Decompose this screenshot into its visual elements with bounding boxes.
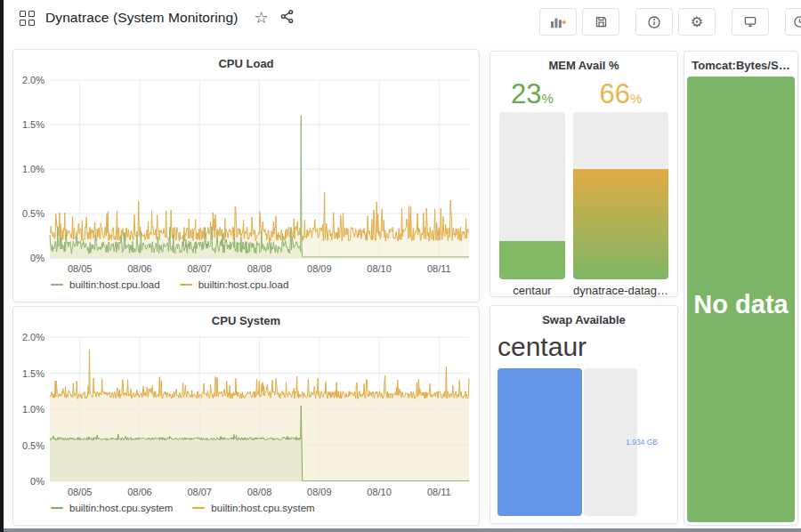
window-edge-bottom: [0, 528, 801, 532]
svg-text:08/10: 08/10: [367, 263, 392, 274]
star-icon[interactable]: ☆: [255, 10, 269, 26]
svg-text:1.5%: 1.5%: [22, 119, 44, 130]
svg-text:08/11: 08/11: [427, 487, 451, 497]
legend-dash: [192, 507, 205, 509]
info-button[interactable]: [635, 8, 673, 36]
legend-item[interactable]: builtin:host.cpu.system: [51, 503, 173, 513]
svg-text:08/06: 08/06: [127, 263, 152, 274]
cpu-system-chart[interactable]: 08/0508/0608/0708/0808/0908/1008/112.0%1…: [16, 330, 476, 501]
tile-mem-avail[interactable]: MEM Avail % 23% centaur 66% dynatrace-da…: [490, 51, 678, 297]
no-data-text: No data: [687, 290, 795, 319]
tile-tomcat-bytes[interactable]: Tomcat:Bytes/S… No data: [684, 51, 798, 526]
dashboard-page: Dynatrace (System Monitoring) ☆: [0, 0, 801, 532]
settings-button[interactable]: ⚙: [678, 8, 716, 36]
cpu-load-chart[interactable]: 08/0508/0608/0708/0808/0908/1008/112.0%1…: [16, 73, 476, 278]
svg-text:08/07: 08/07: [187, 487, 212, 497]
legend-label: builtin:host.cpu.system: [69, 503, 173, 513]
cpu-system-legend: builtin:host.cpu.system builtin:host.cpu…: [51, 503, 479, 513]
legend-dash: [51, 507, 63, 509]
swap-bar-chart[interactable]: 1.934 GB: [498, 368, 670, 516]
mem-gauge-dynatrace[interactable]: 66% dynatrace-datag…: [573, 78, 668, 297]
header-bar: Dynatrace (System Monitoring) ☆: [4, 0, 801, 43]
svg-text:1.5%: 1.5%: [22, 368, 44, 379]
legend-item[interactable]: builtin:host.cpu.load: [51, 279, 160, 290]
svg-text:08/09: 08/09: [307, 263, 332, 274]
swap-bar-filled: [498, 368, 582, 516]
svg-text:0%: 0%: [30, 253, 44, 263]
mem-gauge-fill-0: [499, 241, 565, 279]
svg-text:2.0%: 2.0%: [22, 75, 44, 85]
svg-text:08/06: 08/06: [127, 487, 152, 497]
svg-text:0.5%: 0.5%: [22, 208, 44, 219]
clock-icon: [793, 15, 801, 28]
legend-item[interactable]: builtin:host.cpu.load: [180, 279, 289, 290]
svg-text:08/05: 08/05: [68, 487, 93, 497]
tile-cpu-load[interactable]: CPU Load 08/0508/0608/0708/0808/0908/100…: [12, 49, 480, 302]
legend-item[interactable]: builtin:host.cpu.system: [192, 503, 314, 513]
grid-icon[interactable]: [20, 11, 35, 26]
save-button[interactable]: [582, 8, 619, 36]
svg-text:08/11: 08/11: [427, 263, 451, 274]
share-icon[interactable]: [279, 9, 295, 27]
svg-text:08/08: 08/08: [247, 487, 272, 497]
gauge-track: [573, 112, 668, 279]
gear-icon: ⚙: [691, 13, 703, 30]
swap-value-annotation: 1.934 GB: [626, 438, 658, 447]
plus-glyph: [562, 20, 565, 23]
display-button[interactable]: [732, 8, 769, 36]
svg-text:08/08: 08/08: [247, 263, 272, 274]
panel-title: Tomcat:Bytes/S…: [684, 52, 797, 75]
svg-text:1.0%: 1.0%: [22, 164, 44, 174]
tile-cpu-system[interactable]: CPU System 08/0508/0608/0708/0808/0908/1…: [12, 306, 480, 526]
legend-label: builtin:host.cpu.load: [198, 279, 289, 290]
svg-text:2.0%: 2.0%: [22, 332, 44, 343]
svg-text:0%: 0%: [30, 476, 44, 487]
svg-text:0.5%: 0.5%: [22, 440, 44, 451]
tile-swap-available[interactable]: Swap Available centaur 1.934 GB: [490, 305, 678, 524]
page-title: Dynatrace (System Monitoring): [45, 10, 239, 26]
add-chart-button[interactable]: [539, 8, 577, 36]
panel-title: MEM Avail %: [490, 52, 677, 75]
legend-dash: [180, 284, 192, 286]
panel-title: CPU Load: [13, 50, 479, 73]
legend-label: builtin:host.cpu.system: [211, 503, 314, 513]
mem-host-label: dynatrace-datag…: [573, 284, 668, 297]
swap-host-label: centaur: [498, 331, 670, 363]
legend-dash: [51, 284, 63, 286]
legend-label: builtin:host.cpu.load: [69, 279, 160, 290]
gauge-track: [499, 112, 565, 279]
header-toolbar: ⚙ La: [539, 8, 801, 36]
mem-value: 66%: [600, 78, 643, 112]
tomcat-status-block: No data: [687, 77, 795, 522]
cpu-load-legend: builtin:host.cpu.load builtin:host.cpu.l…: [51, 279, 479, 290]
svg-text:08/09: 08/09: [307, 487, 332, 497]
svg-text:08/10: 08/10: [367, 487, 392, 497]
svg-text:08/05: 08/05: [68, 263, 93, 274]
mem-value: 23%: [511, 78, 554, 112]
window-edge-left: [0, 0, 4, 532]
panel-title: Swap Available: [490, 306, 677, 329]
time-range-button[interactable]: La: [785, 8, 801, 36]
panel-title: CPU System: [13, 307, 479, 330]
svg-text:1.0%: 1.0%: [22, 404, 44, 415]
mem-host-label: centaur: [513, 284, 551, 297]
svg-text:08/07: 08/07: [187, 263, 212, 274]
mem-gauge-centaur[interactable]: 23% centaur: [499, 78, 565, 297]
mem-gauge-fill-1: [573, 169, 668, 279]
